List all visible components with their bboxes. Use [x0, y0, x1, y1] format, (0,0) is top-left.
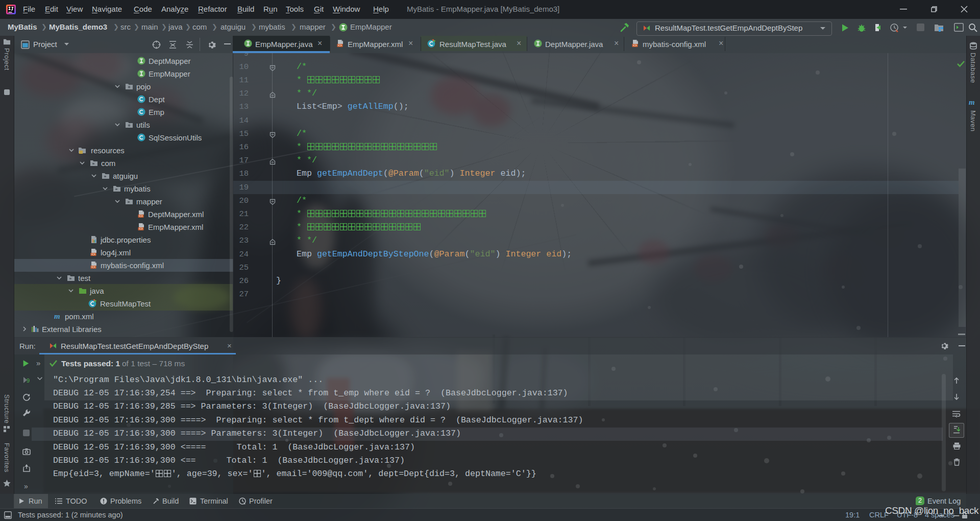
svg-text:9: 9 [27, 377, 30, 384]
